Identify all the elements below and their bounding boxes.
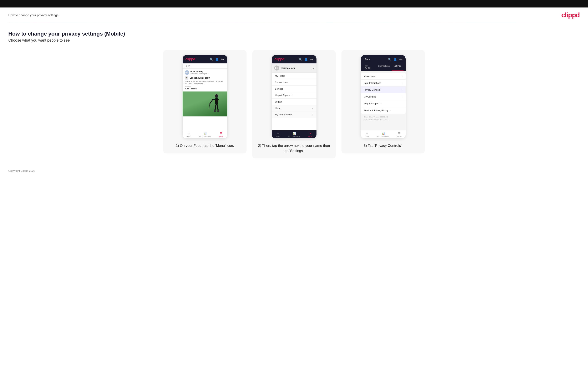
app-nav-2: clippd 🔍 👤 ⊕▾: [272, 55, 317, 63]
home-label-2: Home: [276, 135, 280, 137]
feed-user-row: BM Blair McHarg Yesterday · Sunningdale: [185, 70, 225, 75]
privacy-controls-label: Privacy Controls: [364, 89, 380, 91]
menu-item-settings[interactable]: Settings: [272, 86, 317, 92]
tab-settings[interactable]: Settings: [392, 63, 403, 71]
back-label: Back: [365, 58, 370, 60]
main-content: How to change your privacy settings (Mob…: [0, 22, 588, 163]
settings-item-my-account[interactable]: My Account ›: [361, 73, 406, 80]
footer: Copyright Clippd 2022: [0, 163, 588, 177]
header-breadcrumb: How to change your privacy settings: [8, 13, 59, 17]
feed-duration-label: Duration: [185, 86, 225, 88]
settings-icon-2[interactable]: ⊕▾: [310, 58, 314, 61]
settings-item-data-integrations[interactable]: Data Integrations ›: [361, 80, 406, 86]
tab-performance-2[interactable]: 📊 My Performance: [288, 132, 300, 137]
settings-list: My Account › Data Integrations › Privacy…: [361, 73, 406, 114]
settings-icon-3[interactable]: ⊕▾: [399, 58, 403, 61]
menu-item-connections[interactable]: Connections: [272, 79, 317, 86]
menu-section-performance[interactable]: My Performance ∨: [272, 111, 317, 118]
golfer-svg: [209, 93, 223, 117]
svg-line-3: [210, 99, 213, 104]
tab-performance-3[interactable]: 📊 My Performance: [377, 132, 389, 137]
performance-icon-3: 📊: [382, 132, 385, 135]
step-1-card: clippd 🔍 👤 ⊕▾ Feed BM Blair McHarg: [163, 50, 247, 153]
app-nav-icons-2: 🔍 👤 ⊕▾: [299, 58, 314, 61]
feed-label: Feed: [183, 63, 227, 69]
step-1-caption: 1) On your Feed, tap the 'Menu' icon.: [176, 143, 234, 149]
my-account-label: My Account: [364, 75, 376, 77]
app-nav-1: clippd 🔍 👤 ⊕▾: [183, 55, 227, 63]
feed-user-name: Blair McHarg: [190, 70, 208, 73]
performance-icon-1: 📊: [203, 132, 207, 135]
menu-label-1: Menu: [219, 135, 223, 137]
service-privacy-row: Service & Privacy Policy ↗: [364, 109, 391, 112]
profile-icon-2[interactable]: 👤: [304, 58, 308, 61]
performance-icon-2: 📊: [293, 132, 296, 135]
tab-connections[interactable]: Connections: [376, 63, 392, 71]
search-icon-1[interactable]: 🔍: [210, 58, 213, 61]
step-2-caption: 2) Then, tap the arrow next to your name…: [257, 143, 331, 153]
logo: clippd: [561, 11, 580, 19]
chevron-right-account: ›: [402, 75, 403, 77]
menu-user-name: Blair McHarg: [281, 67, 295, 69]
tab-menu-1[interactable]: ☰ Menu: [219, 132, 223, 137]
header: How to change your privacy settings clip…: [0, 8, 588, 22]
performance-label-2: My Performance: [288, 135, 300, 137]
help-support-row: Help & Support ↗: [364, 102, 382, 105]
settings-tabs: My Profile Connections Settings: [361, 63, 406, 71]
home-icon-2: ⌂: [277, 132, 279, 135]
settings-item-my-golf-bag[interactable]: My Golf Bag ›: [361, 93, 406, 100]
menu-item-help[interactable]: Help & Support ↗: [272, 92, 317, 99]
page-heading: How to change your privacy settings (Mob…: [8, 31, 580, 37]
tab-performance-1[interactable]: 📊 My Performance: [199, 132, 211, 137]
search-icon-2[interactable]: 🔍: [299, 58, 302, 61]
external-link-icon: ↗: [291, 94, 293, 96]
feed-duration-val: 01 hr : 30 min: [185, 88, 225, 90]
feed-lesson-title: Lesson with Fordy: [190, 76, 210, 79]
tab-my-profile[interactable]: My Profile: [363, 63, 376, 71]
step-3-card: ‹ Back 🔍 👤 ⊕▾ My Profile Connections Set…: [341, 50, 425, 153]
menu-section-home[interactable]: Home ∨: [272, 105, 317, 111]
settings-icon-1[interactable]: ⊕▾: [221, 58, 225, 61]
chevron-right-data: ›: [402, 82, 403, 84]
version-info: Clippd Client Version: 2022.8.3-3GQL Ser…: [361, 114, 406, 123]
step-3-phone: ‹ Back 🔍 👤 ⊕▾ My Profile Connections Set…: [361, 55, 406, 138]
back-button[interactable]: ‹ Back: [364, 58, 370, 60]
my-golf-bag-label: My Golf Bag: [364, 95, 376, 98]
service-privacy-label: Service & Privacy Policy: [364, 109, 389, 112]
svg-line-4: [209, 104, 210, 108]
home-icon-3: ⌂: [366, 132, 368, 135]
bottom-tabs-3: ⌂ Home 📊 My Performance ☰ Menu: [361, 130, 406, 138]
home-label-1: Home: [187, 135, 191, 137]
settings-item-help[interactable]: Help & Support ↗: [361, 100, 406, 107]
svg-point-0: [215, 94, 218, 98]
external-link-icon-policy: ↗: [389, 109, 391, 111]
help-support-label: Help & Support: [364, 102, 379, 105]
top-bar: [0, 0, 588, 8]
search-icon-3[interactable]: 🔍: [388, 58, 391, 61]
settings-item-privacy-controls[interactable]: Privacy Controls ›: [361, 86, 406, 93]
performance-label-3: My Performance: [377, 135, 389, 137]
profile-icon-3[interactable]: 👤: [394, 58, 397, 61]
settings-item-service-privacy[interactable]: Service & Privacy Policy ↗: [361, 107, 406, 114]
step-3-caption: 3) Tap 'Privacy Controls'.: [364, 143, 403, 149]
menu-user-avatar: BM: [274, 66, 279, 70]
svg-rect-2: [213, 99, 219, 100]
step-2-card: clippd 🔍 👤 ⊕▾ BM Blair McHarg ∧: [252, 50, 336, 158]
profile-icon-1[interactable]: 👤: [215, 58, 219, 61]
tab-menu-2[interactable]: ✕ Menu: [308, 132, 312, 137]
page-subheading: Choose what you want people to see: [8, 38, 580, 43]
tab-menu-3[interactable]: ☰ Menu: [397, 132, 401, 137]
menu-dropdown: BM Blair McHarg ∧ My Profile Connections…: [272, 63, 317, 130]
feed-user-info: Blair McHarg Yesterday · Sunningdale: [190, 70, 208, 75]
chevron-right-privacy: ›: [402, 89, 403, 91]
tab-home-3[interactable]: ⌂ Home: [365, 132, 369, 137]
feed-user-meta: Yesterday · Sunningdale: [190, 73, 208, 75]
feed-lesson-row: 🎓 Lesson with Fordy: [185, 76, 225, 80]
menu-item-my-profile[interactable]: My Profile: [272, 73, 317, 79]
tab-home-1[interactable]: ⌂ Home: [187, 132, 191, 137]
menu-item-logout[interactable]: Logout: [272, 99, 317, 105]
chevron-up-icon[interactable]: ∧: [312, 67, 314, 69]
tab-home-2[interactable]: ⌂ Home: [276, 132, 280, 137]
back-arrow-icon: ‹: [364, 58, 365, 60]
chevron-down-icon-perf: ∨: [312, 114, 313, 116]
